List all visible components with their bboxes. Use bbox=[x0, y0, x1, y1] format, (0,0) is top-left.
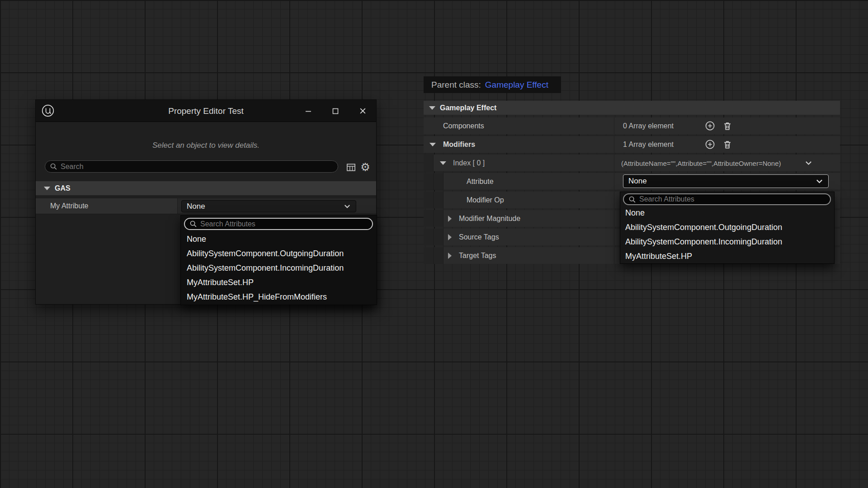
category-header-gameplay-effect[interactable]: Gameplay Effect bbox=[424, 101, 840, 115]
attribute-search-box[interactable] bbox=[184, 218, 373, 230]
delete-array-button[interactable] bbox=[722, 121, 733, 131]
attribute-search-box[interactable] bbox=[623, 193, 831, 205]
property-name-cell: Components bbox=[424, 117, 614, 134]
category-label: GAS bbox=[55, 184, 71, 192]
expander-collapsed-icon[interactable] bbox=[448, 253, 452, 259]
attribute-dropdown-menu: None AbilitySystemComponent.OutgoingDura… bbox=[620, 192, 835, 264]
combobox-value: None bbox=[182, 202, 344, 211]
chevron-down-icon[interactable] bbox=[805, 160, 812, 165]
row-components: Components 0 Array element bbox=[424, 117, 840, 134]
chevron-down-icon bbox=[344, 204, 350, 209]
attribute-search-input[interactable] bbox=[200, 220, 372, 228]
close-icon bbox=[359, 107, 367, 115]
property-name-cell: Target Tags bbox=[424, 247, 614, 264]
property-editor-test-window: Property Editor Test Select an object to… bbox=[35, 99, 377, 305]
attribute-option[interactable]: MyAttributeSet.HP_HideFromModifiers bbox=[181, 290, 377, 304]
expander-collapsed-icon[interactable] bbox=[448, 216, 452, 222]
details-search-box[interactable] bbox=[45, 160, 338, 173]
minimize-button[interactable] bbox=[295, 100, 322, 122]
plus-circle-icon bbox=[705, 139, 715, 150]
indent-gutter bbox=[434, 229, 443, 245]
attribute-option[interactable]: None bbox=[620, 206, 834, 220]
minimize-icon bbox=[305, 108, 312, 115]
parent-class-banner: Parent class: Gameplay Effect bbox=[424, 76, 561, 93]
property-label: My Attribute bbox=[50, 202, 88, 210]
plus-circle-icon bbox=[705, 121, 715, 131]
property-name-cell: Modifier Magnitude bbox=[424, 210, 614, 227]
property-name-cell: Modifiers bbox=[424, 136, 614, 153]
property-value-cell: (AttributeName="",Attribute="",Attribute… bbox=[614, 155, 840, 171]
row-label: Source Tags bbox=[459, 233, 499, 241]
maximize-icon bbox=[332, 108, 339, 115]
attribute-option[interactable]: AbilitySystemComponent.OutgoingDuration bbox=[620, 220, 834, 235]
array-count-text: 0 Array element bbox=[623, 122, 674, 130]
row-modifiers[interactable]: Modifiers 1 Array element bbox=[424, 136, 840, 153]
attribute-option-list: None AbilitySystemComponent.OutgoingDura… bbox=[620, 206, 834, 263]
add-array-element-button[interactable] bbox=[704, 121, 715, 131]
property-name-cell: Index [ 0 ] bbox=[424, 155, 614, 171]
indent-gutter bbox=[424, 247, 434, 264]
property-name-cell: Attribute bbox=[424, 173, 614, 190]
details-panel: Gameplay Effect Components 0 Array eleme… bbox=[424, 101, 840, 264]
indent-gutter bbox=[424, 229, 434, 245]
maximize-button[interactable] bbox=[322, 100, 349, 122]
row-label: Modifier Op bbox=[467, 196, 504, 204]
search-icon bbox=[189, 220, 197, 228]
property-value-cell: None bbox=[614, 173, 840, 190]
expander-expanded-icon[interactable] bbox=[429, 143, 436, 146]
settings-gear-icon[interactable]: ⚙ bbox=[359, 161, 371, 173]
chevron-expanded-icon bbox=[429, 106, 435, 110]
attribute-option[interactable]: None bbox=[181, 232, 377, 246]
struct-summary-text: (AttributeName="",Attribute="",Attribute… bbox=[621, 159, 781, 167]
attribute-option[interactable]: AbilitySystemComponent.OutgoingDuration bbox=[181, 246, 377, 261]
combobox-value: None bbox=[623, 177, 816, 186]
property-value-cell: 1 Array element bbox=[614, 136, 840, 153]
attribute-search-input[interactable] bbox=[639, 195, 830, 203]
chevron-down-icon bbox=[816, 179, 823, 184]
row-label: Modifiers bbox=[443, 141, 475, 149]
indent-gutter bbox=[424, 210, 434, 227]
trash-icon bbox=[722, 140, 732, 150]
attribute-combobox[interactable]: None bbox=[623, 174, 829, 188]
close-button[interactable] bbox=[349, 100, 376, 122]
indent-gutter bbox=[434, 210, 443, 227]
indent-gutter bbox=[424, 192, 434, 208]
property-value-cell: None bbox=[178, 198, 376, 214]
expander-expanded-icon[interactable] bbox=[440, 161, 446, 165]
attribute-option[interactable]: MyAttributeSet.HP bbox=[620, 249, 834, 263]
row-label: Components bbox=[443, 122, 484, 130]
expander-collapsed-icon[interactable] bbox=[448, 234, 452, 240]
parent-class-link[interactable]: Gameplay Effect bbox=[485, 80, 548, 90]
row-index-0[interactable]: Index [ 0 ] (AttributeName="",Attribute=… bbox=[424, 155, 840, 171]
my-attribute-combobox[interactable]: None bbox=[181, 200, 356, 212]
search-icon bbox=[50, 163, 57, 170]
parent-class-label: Parent class: bbox=[431, 80, 481, 90]
chevron-expanded-icon bbox=[44, 187, 50, 190]
add-array-element-button[interactable] bbox=[704, 139, 715, 150]
property-value-cell: 0 Array element bbox=[614, 117, 840, 134]
indent-gutter bbox=[434, 173, 443, 190]
property-name-cell: My Attribute bbox=[36, 198, 178, 214]
attribute-option-list: None AbilitySystemComponent.OutgoingDura… bbox=[181, 232, 377, 304]
array-count-text: 1 Array element bbox=[623, 141, 674, 149]
attribute-option[interactable]: AbilitySystemComponent.IncomingDuration bbox=[181, 261, 377, 275]
details-hint-text: Select an object to view details. bbox=[36, 141, 376, 150]
attribute-option[interactable]: MyAttributeSet.HP bbox=[181, 275, 377, 290]
search-icon bbox=[628, 196, 636, 203]
indent-gutter bbox=[424, 155, 434, 171]
delete-array-button[interactable] bbox=[722, 139, 733, 150]
row-label: Attribute bbox=[467, 178, 494, 186]
display-settings-icon[interactable] bbox=[345, 161, 357, 173]
category-header-gas[interactable]: GAS bbox=[36, 181, 376, 195]
attribute-dropdown-menu: None AbilitySystemComponent.OutgoingDura… bbox=[180, 215, 377, 305]
property-name-cell: Modifier Op bbox=[424, 192, 614, 208]
indent-gutter bbox=[434, 192, 443, 208]
row-my-attribute: My Attribute None bbox=[36, 198, 376, 214]
indent-gutter bbox=[424, 173, 434, 190]
window-titlebar[interactable]: Property Editor Test bbox=[36, 100, 376, 122]
property-name-cell: Source Tags bbox=[424, 229, 614, 245]
details-search-input[interactable] bbox=[61, 163, 338, 171]
indent-gutter bbox=[434, 247, 443, 264]
row-label: Target Tags bbox=[459, 252, 496, 260]
attribute-option[interactable]: AbilitySystemComponent.IncomingDuration bbox=[620, 235, 834, 249]
